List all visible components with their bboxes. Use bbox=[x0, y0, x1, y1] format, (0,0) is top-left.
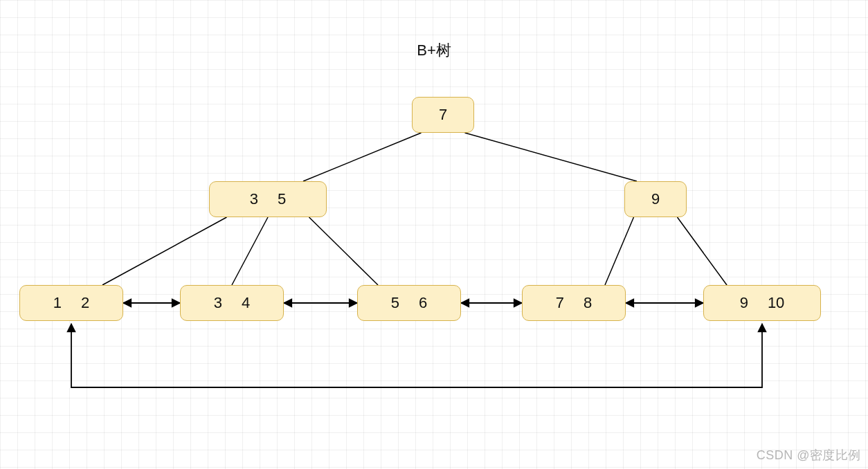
tree-edge bbox=[102, 217, 227, 285]
node-leaf2-key: 3 bbox=[214, 294, 222, 312]
node-leaf2: 34 bbox=[180, 285, 284, 321]
node-leaf4: 78 bbox=[522, 285, 626, 321]
tree-edge bbox=[678, 217, 727, 285]
node-leaf1-key: 2 bbox=[81, 294, 89, 312]
tree-edge bbox=[605, 217, 634, 285]
node-int_right: 9 bbox=[624, 181, 687, 217]
watermark: CSDN @密度比例 bbox=[757, 447, 861, 463]
tree-edge bbox=[465, 133, 638, 181]
node-leaf5-key: 10 bbox=[768, 294, 784, 312]
node-leaf3: 56 bbox=[357, 285, 461, 321]
node-leaf2-key: 4 bbox=[242, 294, 250, 312]
node-leaf3-key: 5 bbox=[391, 294, 399, 312]
loop-link bbox=[71, 324, 762, 387]
node-leaf4-key: 7 bbox=[556, 294, 564, 312]
node-leaf5-key: 9 bbox=[740, 294, 748, 312]
tree-edge bbox=[232, 217, 268, 285]
node-int_right-key: 9 bbox=[651, 190, 660, 208]
node-leaf3-key: 6 bbox=[419, 294, 427, 312]
node-int_left-key: 5 bbox=[278, 190, 286, 208]
node-leaf1-key: 1 bbox=[53, 294, 62, 312]
node-leaf5: 910 bbox=[703, 285, 821, 321]
tree-edge bbox=[309, 217, 379, 285]
grid-background bbox=[0, 0, 868, 469]
diagram-title: B+树 bbox=[0, 40, 868, 61]
node-int_left-key: 3 bbox=[250, 190, 258, 208]
tree-edge bbox=[303, 133, 422, 181]
node-root-key: 7 bbox=[439, 106, 447, 124]
edge-layer bbox=[0, 0, 868, 469]
node-int_left: 35 bbox=[209, 181, 327, 217]
node-leaf4-key: 8 bbox=[584, 294, 592, 312]
node-root: 7 bbox=[412, 97, 474, 133]
node-leaf1: 12 bbox=[19, 285, 123, 321]
